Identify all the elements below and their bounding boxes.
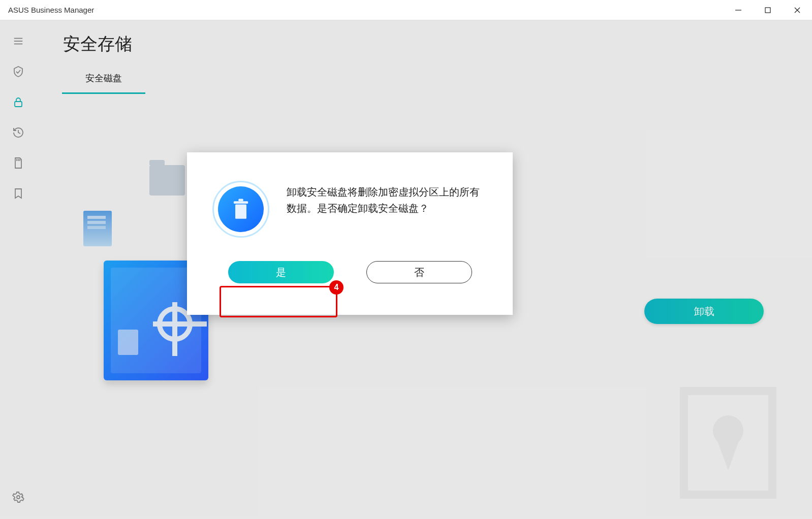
app-body: 安全存储 安全磁盘 在其中存储重要数据。存储在 密码，您将被拒绝访问加密数 卸载: [0, 20, 812, 519]
svg-rect-1: [765, 8, 770, 13]
close-button[interactable]: [783, 0, 812, 20]
minimize-button[interactable]: [724, 0, 753, 20]
dialog-yes-button[interactable]: 是: [228, 261, 334, 283]
trash-icon: [212, 181, 269, 238]
dialog-no-button[interactable]: 否: [366, 261, 472, 283]
window-controls: [724, 0, 812, 20]
window-title: ASUS Business Manager: [8, 6, 94, 14]
svg-rect-14: [238, 199, 243, 202]
maximize-button[interactable]: [753, 0, 783, 20]
svg-rect-12: [235, 205, 246, 219]
svg-rect-13: [234, 201, 248, 204]
callout-badge: 4: [329, 280, 343, 295]
confirm-dialog: 卸载安全磁盘将删除加密虚拟分区上的所有数据。是否确定卸载安全磁盘？ 是 否: [187, 152, 513, 315]
titlebar: ASUS Business Manager: [0, 0, 812, 20]
dialog-message: 卸载安全磁盘将删除加密虚拟分区上的所有数据。是否确定卸载安全磁盘？: [287, 181, 480, 216]
